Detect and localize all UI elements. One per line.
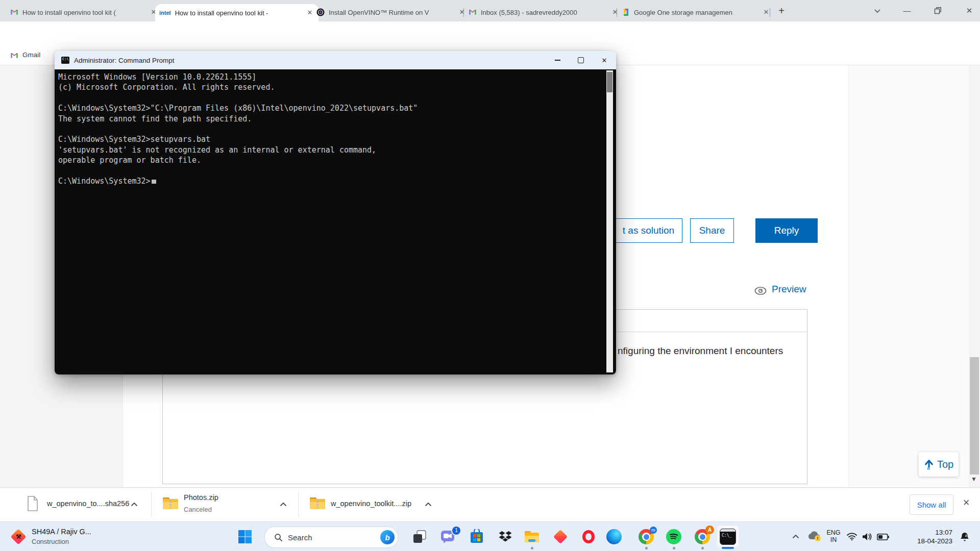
accept-as-solution-button[interactable]: t as solution [615,218,682,243]
gmail-favicon [469,8,477,16]
active-running-indicator [722,547,734,549]
windows-logo-icon [238,530,252,544]
tab-title: Google One storage managemen [634,9,757,16]
page-right-margin [848,65,969,487]
browser-toolbar: community.intel.com/t5/Intel-Distributio… [0,21,980,46]
tab-gmail-inbox[interactable]: Inbox (5,583) - sadrevreddy2000 ✕ [464,5,624,19]
cmd-minimize-button[interactable] [546,51,569,69]
gmail-bookmark[interactable]: Gmail [22,51,40,59]
terminal-line: 'setupvars.bat' is not recognized as an … [58,145,603,155]
cmd-title-bar[interactable]: C:\ Administrator: Command Prompt ✕ [55,51,616,69]
cmd-scrollbar-thumb[interactable] [607,72,612,92]
share-button[interactable]: Share [690,218,734,243]
terminal-line [58,124,603,134]
back-to-top-button[interactable]: Top [919,452,959,477]
tab-google-one[interactable]: Google One storage managemen ✕ [618,5,775,19]
construction-widget-icon: ⚒ [10,529,26,544]
tab-search-chevron-icon[interactable] [874,9,881,13]
battery-icon[interactable] [877,534,889,540]
tab-title: How to install openvino tool kit ( [22,9,145,16]
intel-favicon: intel [159,10,171,16]
tab-separator [463,8,464,17]
bing-icon[interactable]: b [380,530,395,544]
top-arrow-icon [924,459,934,470]
teams-chat-icon[interactable]: 1 [437,525,459,548]
language-line1: ENG [825,529,842,536]
start-button[interactable] [234,525,256,548]
spotify-icon[interactable] [663,525,685,548]
show-all-button[interactable]: Show all [910,494,953,515]
scroll-down-arrow-icon[interactable]: ▼ [971,475,977,483]
download-status: Canceled [184,506,212,513]
reply-button[interactable]: Reply [755,218,818,243]
new-tab-button[interactable]: + [777,6,786,15]
wifi-icon[interactable] [846,532,857,541]
dropbox-icon[interactable] [494,525,517,548]
task-view-icon[interactable] [408,525,431,548]
cmd-terminal-body[interactable]: Microsoft Windows [Version 10.0.22621.15… [55,69,616,374]
command-prompt-taskbar-icon[interactable] [717,525,739,548]
tab-title: How to install openvino tool kit - [175,9,301,17]
download-item-2[interactable]: Photos.zip [184,493,218,502]
download-caret-icon[interactable] [131,502,138,507]
onedrive-icon[interactable]: ! [807,531,821,542]
window-restore-button[interactable] [934,7,942,14]
edge-icon[interactable] [603,525,625,548]
terminal-line: Microsoft Windows [Version 10.0.22621.15… [58,72,603,82]
terminal-line [58,93,603,103]
window-minimize-button[interactable]: — [902,6,912,15]
cmd-maximize-button[interactable] [569,51,593,69]
downloads-close-icon[interactable]: ✕ [963,497,970,508]
download-caret-icon[interactable] [425,502,432,507]
terminal-cursor [152,180,156,184]
tab-openvino-docs[interactable]: Install OpenVINO™ Runtime on V ✕ [312,5,471,19]
preview-eye-icon [754,287,767,295]
tray-time: 13:07 [896,528,952,537]
microsoft-store-icon[interactable] [465,525,488,548]
tab-title: Install OpenVINO™ Runtime on V [329,9,453,16]
search-placeholder: Search [288,533,380,542]
openvino-favicon [316,8,325,16]
file-explorer-icon[interactable] [521,525,543,548]
cmd-close-button[interactable]: ✕ [593,51,616,69]
cmd-window-icon: C:\ [61,57,69,64]
tab-separator [617,8,617,17]
command-prompt-window[interactable]: C:\ Administrator: Command Prompt ✕ Micr… [55,51,616,374]
taskbar-search[interactable]: Search b [264,527,398,548]
terminal-prompt-line: C:\Windows\System32> [58,176,603,186]
opera-icon[interactable] [577,525,600,548]
red-diamond-app-icon[interactable] [549,525,572,548]
window-close-button[interactable]: ✕ [965,6,974,15]
terminal-line: (c) Microsoft Corporation. All rights re… [58,82,603,92]
tray-date: 18-04-2023 [896,537,952,545]
file-icon [27,496,39,511]
chrome-m-badge: m [650,527,657,534]
download-caret-icon[interactable] [280,502,287,507]
terminal-line: C:\Windows\System32>"C:\Program Files (x… [58,103,603,113]
download-item-3[interactable]: w_openvino_toolkit....zip [331,499,411,508]
gmail-bookmark-icon [10,52,18,60]
language-indicator[interactable]: ENG IN [825,529,842,543]
chrome-profile-m-icon[interactable]: m [635,525,657,548]
notification-bell-icon[interactable] [960,532,970,542]
zip-folder-icon [309,496,326,510]
tab-title: Inbox (5,583) - sadrevreddy2000 [481,9,606,16]
tray-chevron-icon[interactable] [792,534,799,539]
scrollbar-thumb[interactable] [970,357,979,474]
running-indicator [531,547,533,549]
download-item-1[interactable]: w_openvino_to....sha256 [47,499,129,508]
search-icon [274,533,283,542]
volume-icon[interactable] [862,532,873,541]
tab-intel-community-active[interactable]: intel How to install openvino tool kit -… [155,4,318,21]
cmd-scrollbar[interactable] [606,70,613,372]
clock[interactable]: 13:07 18-04-2023 [896,528,952,545]
terminal-line: The system cannot find the path specifie… [58,114,603,124]
widget-title[interactable]: SH49A / Rajiv G... [32,528,91,536]
divider [151,492,152,517]
preview-link[interactable]: Preview [772,284,806,295]
tab-gmail-openvino[interactable]: How to install openvino tool kit ( ✕ [6,5,162,19]
page-scrollbar[interactable]: ▼ [969,65,980,487]
chrome-profile-a-icon[interactable]: A [691,525,714,548]
weather-widget[interactable]: ⚒ [8,527,29,547]
taskbar: ⚒ SH49A / Rajiv G... Construction Search… [0,521,980,551]
